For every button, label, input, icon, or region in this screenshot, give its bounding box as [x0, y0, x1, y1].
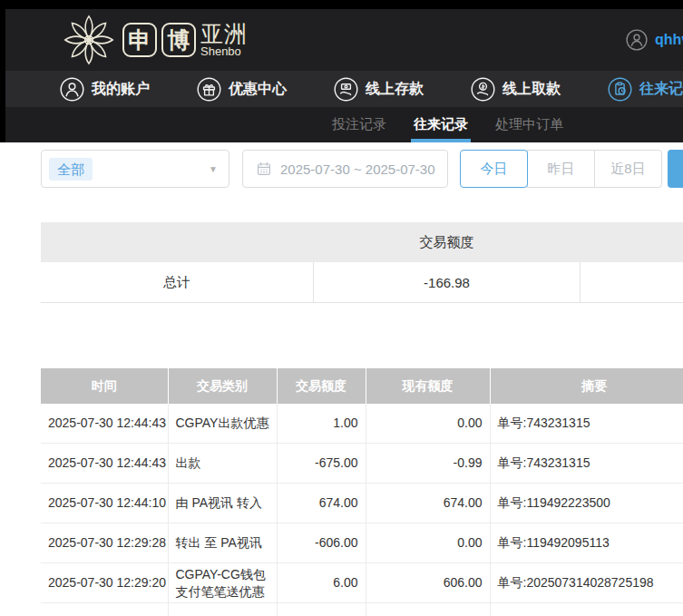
brand-subtitle: Shenbo — [200, 45, 248, 58]
table-row: 2025-07-30 12:29:20 CGPAY支付 600.00 600.0… — [41, 603, 683, 616]
transaction-records-page: { "brand": { "logo_char_1": "申", "logo_c… — [0, 0, 683, 616]
summary-amount-header: 交易额度 — [313, 234, 581, 251]
quick-range-buttons: 今日 昨日 近8日 — [460, 150, 662, 188]
user-avatar-icon — [626, 29, 648, 51]
table-row: 2025-07-30 12:29:28 转出 至 PA视讯 -606.00 0.… — [41, 523, 683, 563]
nav-label: 线上存款 — [366, 80, 424, 99]
yesterday-button[interactable]: 昨日 — [527, 150, 595, 188]
nav-item-transaction-records[interactable]: 往来记录 — [608, 77, 683, 102]
cell-balance: 606.00 — [366, 563, 490, 603]
nav-label: 往来记录 — [639, 80, 683, 99]
search-button[interactable] — [668, 150, 683, 188]
date-range-picker[interactable]: 2025-07-30 ~ 2025-07-30 — [242, 150, 448, 188]
cell-type: CGPAY出款优惠 — [168, 404, 277, 444]
cell-balance: 600.00 — [366, 603, 490, 616]
nav-item-withdraw[interactable]: 线上取款 — [471, 77, 561, 102]
column-header-summary: 摘要 — [490, 368, 683, 404]
table-row: 2025-07-30 12:44:43 出款 -675.00 -0.99 单号:… — [41, 444, 683, 484]
records-table: 时间 交易类别 交易额度 现有额度 摘要 2025-07-30 12:44:43… — [41, 368, 683, 616]
summary-total-label: 总计 — [41, 274, 313, 291]
cell-amount: -606.00 — [277, 523, 366, 563]
cell-time: 2025-07-30 12:29:28 — [41, 523, 168, 563]
cell-time: 2025-07-30 12:29:20 — [41, 563, 168, 603]
records-icon — [608, 77, 632, 102]
table-row: 2025-07-30 12:44:43 CGPAY出款优惠 1.00 0.00 … — [41, 404, 683, 444]
brand-logo: 申 博 亚洲 Shenbo — [60, 12, 248, 68]
dark-header-shell: 申 博 亚洲 Shenbo qhhv — [0, 9, 683, 142]
record-tabs: 投注记录 往来记录 处理中订单 — [5, 107, 683, 142]
chevron-down-icon: ▼ — [209, 164, 218, 174]
cell-summary: 单号:119492095113 — [490, 523, 683, 563]
nav-item-deposit[interactable]: 线上存款 — [334, 77, 424, 102]
column-header-amount: 交易额度 — [277, 368, 366, 404]
cell-summary: 单号:119492223500 — [490, 484, 683, 523]
nav-item-my-account[interactable]: 我的账户 — [60, 77, 150, 102]
user-account[interactable]: qhhv — [626, 9, 683, 71]
cell-summary: 单号:743231315 — [490, 404, 683, 444]
summary-header-row: 交易额度 — [41, 222, 683, 262]
username-text: qhhv — [655, 32, 683, 48]
cell-balance: 674.00 — [366, 484, 490, 523]
summary-total-row: 总计 -166.98 — [41, 262, 683, 303]
cell-amount: 1.00 — [277, 404, 366, 444]
cell-amount: 6.00 — [277, 563, 366, 603]
brand-char-bo: 博 — [161, 23, 196, 57]
brand-region: 亚洲 — [200, 22, 248, 45]
deposit-icon — [334, 77, 358, 102]
user-icon — [60, 77, 84, 102]
cell-type: 转出 至 PA视讯 — [168, 523, 277, 563]
cell-balance: -0.99 — [366, 444, 490, 484]
cell-time: 2025-07-30 12:44:43 — [41, 444, 168, 484]
tab-betting-records[interactable]: 投注记录 — [329, 107, 389, 142]
type-filter-selected-tag: 全部 — [49, 158, 93, 181]
cell-balance: 0.00 — [366, 404, 490, 444]
nav-item-promotions[interactable]: 优惠中心 — [197, 77, 287, 102]
cell-time: 2025-07-30 12:29:20 — [41, 603, 168, 616]
type-filter-dropdown[interactable]: 全部 ▼ — [41, 150, 229, 188]
brand-text: 亚洲 Shenbo — [200, 22, 248, 59]
cell-summary: 单号:202507314028725198 — [490, 563, 683, 603]
lotus-flower-icon — [60, 12, 118, 68]
filter-row: 全部 ▼ 2025-07-30 ~ 2025-07-30 今日 昨日 近8日 — [41, 150, 683, 188]
cell-amount: 674.00 — [277, 484, 366, 523]
cell-type: 由 PA视讯 转入 — [168, 484, 277, 523]
cell-type: CGPAY-CG钱包支付笔笔送优惠 — [168, 563, 277, 603]
nav-label: 线上取款 — [502, 80, 561, 99]
records-header-row: 时间 交易类别 交易额度 现有额度 摘要 — [41, 368, 683, 404]
column-header-type: 交易类别 — [168, 368, 277, 404]
cell-amount: 600.00 — [277, 603, 366, 616]
tab-pending-orders[interactable]: 处理中订单 — [493, 107, 566, 142]
cell-summary: 单号:202507314028725198 — [490, 603, 683, 616]
tab-transaction-records[interactable]: 往来记录 — [411, 107, 471, 142]
site-header: 申 博 亚洲 Shenbo qhhv — [5, 9, 683, 71]
date-range-value: 2025-07-30 ~ 2025-07-30 — [280, 161, 435, 177]
table-row: 2025-07-30 12:44:10 由 PA视讯 转入 674.00 674… — [41, 484, 683, 523]
last-8-days-button[interactable]: 近8日 — [594, 150, 662, 188]
summary-total-value: -166.98 — [313, 262, 581, 302]
main-navigation: 我的账户 优惠中心 — [5, 71, 683, 107]
content-area: 全部 ▼ 2025-07-30 ~ 2025-07-30 今日 昨日 近8日 — [0, 142, 683, 616]
cell-balance: 0.00 — [366, 523, 490, 563]
gift-icon — [197, 77, 221, 102]
column-header-time: 时间 — [41, 368, 168, 404]
calendar-icon — [257, 161, 271, 176]
today-button[interactable]: 今日 — [460, 150, 528, 188]
table-row: 2025-07-30 12:29:20 CGPAY-CG钱包支付笔笔送优惠 6.… — [41, 563, 683, 603]
cell-time: 2025-07-30 12:44:43 — [41, 404, 168, 444]
cell-amount: -675.00 — [277, 444, 366, 484]
brand-char-shen: 申 — [122, 23, 157, 57]
cell-type: 出款 — [168, 444, 277, 484]
nav-label: 我的账户 — [92, 80, 150, 99]
column-header-balance: 现有额度 — [366, 368, 490, 404]
cell-type: CGPAY支付 — [168, 603, 277, 616]
withdraw-icon — [471, 77, 495, 102]
cell-time: 2025-07-30 12:44:10 — [41, 484, 168, 523]
nav-label: 优惠中心 — [229, 80, 287, 99]
summary-table: 交易额度 总计 -166.98 — [41, 222, 683, 303]
cell-summary: 单号:743231315 — [490, 444, 683, 484]
top-black-strip — [0, 0, 683, 9]
